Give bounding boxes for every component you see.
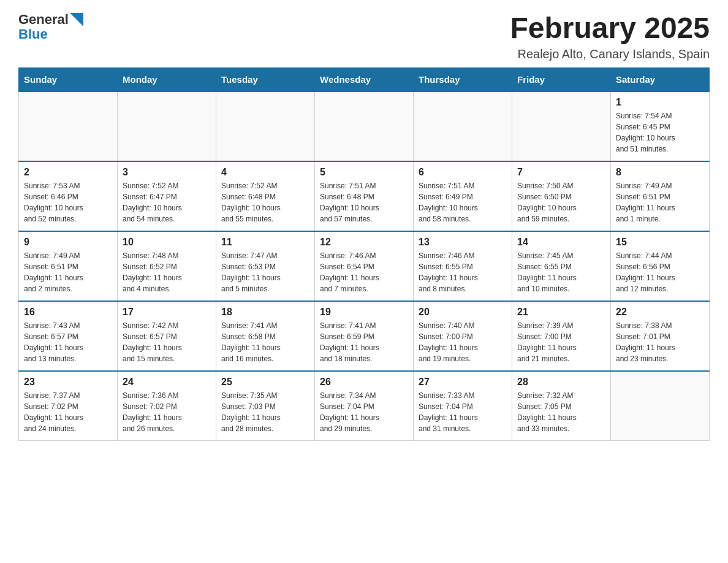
calendar-cell: 20Sunrise: 7:40 AMSunset: 7:00 PMDayligh… xyxy=(414,301,512,371)
calendar-cell: 5Sunrise: 7:51 AMSunset: 6:48 PMDaylight… xyxy=(315,161,414,231)
day-info: Sunrise: 7:35 AMSunset: 7:03 PMDaylight:… xyxy=(221,390,309,434)
day-number: 16 xyxy=(24,307,112,318)
day-info: Sunrise: 7:40 AMSunset: 7:00 PMDaylight:… xyxy=(419,320,507,364)
day-info: Sunrise: 7:38 AMSunset: 7:01 PMDaylight:… xyxy=(616,320,704,364)
day-info: Sunrise: 7:46 AMSunset: 6:55 PMDaylight:… xyxy=(419,250,507,294)
day-info: Sunrise: 7:41 AMSunset: 6:59 PMDaylight:… xyxy=(320,320,408,364)
calendar-cell xyxy=(216,91,315,161)
day-number: 25 xyxy=(221,377,309,388)
weekday-header-thursday: Thursday xyxy=(414,67,512,91)
day-info: Sunrise: 7:52 AMSunset: 6:48 PMDaylight:… xyxy=(221,180,309,224)
calendar-cell: 3Sunrise: 7:52 AMSunset: 6:47 PMDaylight… xyxy=(118,161,216,231)
day-number: 5 xyxy=(320,167,408,178)
calendar-cell: 18Sunrise: 7:41 AMSunset: 6:58 PMDayligh… xyxy=(216,301,315,371)
day-info: Sunrise: 7:44 AMSunset: 6:56 PMDaylight:… xyxy=(616,250,704,294)
month-year-title: February 2025 xyxy=(510,12,710,45)
calendar-cell: 21Sunrise: 7:39 AMSunset: 7:00 PMDayligh… xyxy=(512,301,611,371)
day-number: 14 xyxy=(517,237,605,248)
day-number: 7 xyxy=(517,167,605,178)
weekday-header-sunday: Sunday xyxy=(19,67,118,91)
day-info: Sunrise: 7:36 AMSunset: 7:02 PMDaylight:… xyxy=(123,390,211,434)
calendar-cell: 1Sunrise: 7:54 AMSunset: 6:45 PMDaylight… xyxy=(611,91,710,161)
day-info: Sunrise: 7:41 AMSunset: 6:58 PMDaylight:… xyxy=(221,320,309,364)
calendar-cell: 23Sunrise: 7:37 AMSunset: 7:02 PMDayligh… xyxy=(19,371,118,441)
day-number: 10 xyxy=(123,237,211,248)
day-info: Sunrise: 7:46 AMSunset: 6:54 PMDaylight:… xyxy=(320,250,408,294)
day-info: Sunrise: 7:39 AMSunset: 7:00 PMDaylight:… xyxy=(517,320,605,364)
calendar-cell: 9Sunrise: 7:49 AMSunset: 6:51 PMDaylight… xyxy=(19,231,118,301)
calendar-cell: 6Sunrise: 7:51 AMSunset: 6:49 PMDaylight… xyxy=(414,161,512,231)
calendar-cell: 15Sunrise: 7:44 AMSunset: 6:56 PMDayligh… xyxy=(611,231,710,301)
day-number: 19 xyxy=(320,307,408,318)
logo-text-blue: Blue xyxy=(18,26,48,42)
calendar-cell: 7Sunrise: 7:50 AMSunset: 6:50 PMDaylight… xyxy=(512,161,611,231)
day-info: Sunrise: 7:48 AMSunset: 6:52 PMDaylight:… xyxy=(123,250,211,294)
calendar-cell xyxy=(611,371,710,441)
calendar-cell: 14Sunrise: 7:45 AMSunset: 6:55 PMDayligh… xyxy=(512,231,611,301)
day-info: Sunrise: 7:53 AMSunset: 6:46 PMDaylight:… xyxy=(24,180,112,224)
day-number: 11 xyxy=(221,237,309,248)
day-number: 18 xyxy=(221,307,309,318)
weekday-header-wednesday: Wednesday xyxy=(315,67,414,91)
day-info: Sunrise: 7:54 AMSunset: 6:45 PMDaylight:… xyxy=(616,110,704,155)
calendar-cell: 10Sunrise: 7:48 AMSunset: 6:52 PMDayligh… xyxy=(118,231,216,301)
day-info: Sunrise: 7:43 AMSunset: 6:57 PMDaylight:… xyxy=(24,320,112,364)
calendar-cell xyxy=(512,91,611,161)
calendar-cell xyxy=(118,91,216,161)
calendar-cell: 11Sunrise: 7:47 AMSunset: 6:53 PMDayligh… xyxy=(216,231,315,301)
day-info: Sunrise: 7:33 AMSunset: 7:04 PMDaylight:… xyxy=(419,390,507,434)
weekday-header-tuesday: Tuesday xyxy=(216,67,315,91)
calendar-cell: 24Sunrise: 7:36 AMSunset: 7:02 PMDayligh… xyxy=(118,371,216,441)
calendar-week-row: 2Sunrise: 7:53 AMSunset: 6:46 PMDaylight… xyxy=(19,161,710,231)
calendar-table: SundayMondayTuesdayWednesdayThursdayFrid… xyxy=(18,67,710,441)
day-info: Sunrise: 7:34 AMSunset: 7:04 PMDaylight:… xyxy=(320,390,408,434)
day-number: 27 xyxy=(419,377,507,388)
day-info: Sunrise: 7:32 AMSunset: 7:05 PMDaylight:… xyxy=(517,390,605,434)
day-info: Sunrise: 7:37 AMSunset: 7:02 PMDaylight:… xyxy=(24,390,112,434)
calendar-cell xyxy=(315,91,414,161)
weekday-header-row: SundayMondayTuesdayWednesdayThursdayFrid… xyxy=(19,67,710,91)
calendar-week-row: 16Sunrise: 7:43 AMSunset: 6:57 PMDayligh… xyxy=(19,301,710,371)
day-number: 9 xyxy=(24,237,112,248)
calendar-cell: 12Sunrise: 7:46 AMSunset: 6:54 PMDayligh… xyxy=(315,231,414,301)
weekday-header-saturday: Saturday xyxy=(611,67,710,91)
day-number: 15 xyxy=(616,237,704,248)
calendar-cell: 13Sunrise: 7:46 AMSunset: 6:55 PMDayligh… xyxy=(414,231,512,301)
day-info: Sunrise: 7:50 AMSunset: 6:50 PMDaylight:… xyxy=(517,180,605,224)
day-number: 2 xyxy=(24,167,112,178)
day-info: Sunrise: 7:47 AMSunset: 6:53 PMDaylight:… xyxy=(221,250,309,294)
calendar-cell: 28Sunrise: 7:32 AMSunset: 7:05 PMDayligh… xyxy=(512,371,611,441)
calendar-cell: 2Sunrise: 7:53 AMSunset: 6:46 PMDaylight… xyxy=(19,161,118,231)
day-number: 17 xyxy=(123,307,211,318)
day-number: 23 xyxy=(24,377,112,388)
calendar-body: 1Sunrise: 7:54 AMSunset: 6:45 PMDaylight… xyxy=(19,91,710,441)
weekday-header-monday: Monday xyxy=(118,67,216,91)
day-info: Sunrise: 7:49 AMSunset: 6:51 PMDaylight:… xyxy=(616,180,704,224)
calendar-week-row: 23Sunrise: 7:37 AMSunset: 7:02 PMDayligh… xyxy=(19,371,710,441)
day-number: 6 xyxy=(419,167,507,178)
day-number: 28 xyxy=(517,377,605,388)
day-info: Sunrise: 7:45 AMSunset: 6:55 PMDaylight:… xyxy=(517,250,605,294)
day-number: 21 xyxy=(517,307,605,318)
logo: General Blue xyxy=(18,12,83,42)
calendar-cell: 4Sunrise: 7:52 AMSunset: 6:48 PMDaylight… xyxy=(216,161,315,231)
weekday-header-friday: Friday xyxy=(512,67,611,91)
day-number: 8 xyxy=(616,167,704,178)
day-number: 1 xyxy=(616,97,704,108)
logo-arrow-icon xyxy=(70,13,83,26)
day-number: 12 xyxy=(320,237,408,248)
calendar-header: SundayMondayTuesdayWednesdayThursdayFrid… xyxy=(19,67,710,91)
day-info: Sunrise: 7:52 AMSunset: 6:47 PMDaylight:… xyxy=(123,180,211,224)
day-info: Sunrise: 7:51 AMSunset: 6:49 PMDaylight:… xyxy=(419,180,507,224)
calendar-cell xyxy=(19,91,118,161)
day-info: Sunrise: 7:51 AMSunset: 6:48 PMDaylight:… xyxy=(320,180,408,224)
location-subtitle: Realejo Alto, Canary Islands, Spain xyxy=(510,47,710,61)
svg-marker-0 xyxy=(70,13,83,26)
day-number: 26 xyxy=(320,377,408,388)
calendar-cell: 8Sunrise: 7:49 AMSunset: 6:51 PMDaylight… xyxy=(611,161,710,231)
calendar-week-row: 9Sunrise: 7:49 AMSunset: 6:51 PMDaylight… xyxy=(19,231,710,301)
day-number: 22 xyxy=(616,307,704,318)
day-number: 3 xyxy=(123,167,211,178)
calendar-cell: 19Sunrise: 7:41 AMSunset: 6:59 PMDayligh… xyxy=(315,301,414,371)
logo-text-general: General xyxy=(18,12,69,27)
